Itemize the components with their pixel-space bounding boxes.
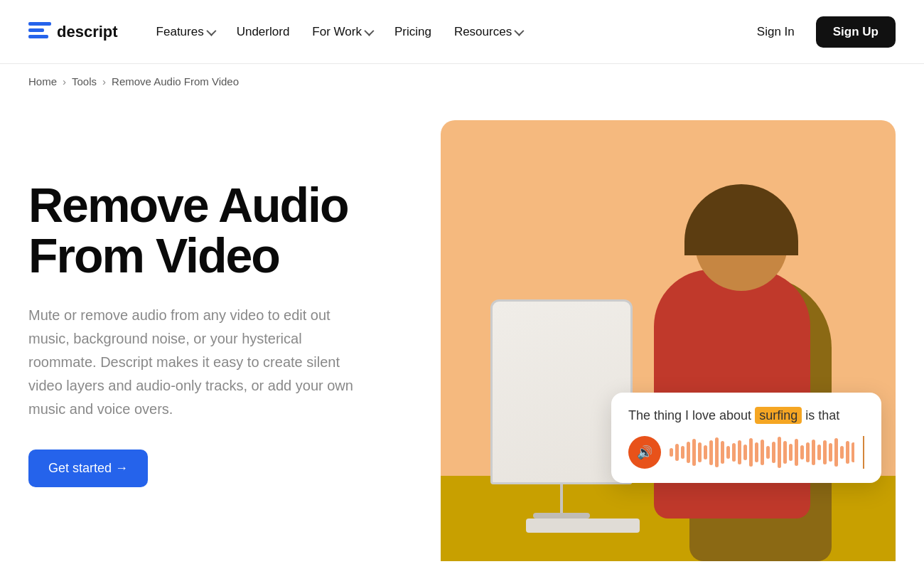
wave-bar [817, 445, 821, 460]
wave-bar [687, 442, 690, 463]
overlay-card: The thing I love about surfing is that 🔊 [611, 393, 881, 483]
nav-pricing[interactable]: Pricing [385, 19, 441, 45]
waveform [670, 436, 854, 469]
highlighted-word: surfing [755, 407, 802, 424]
wave-bar [738, 440, 741, 464]
wave-bar [806, 442, 810, 462]
subtitle-text: The thing I love about surfing is that [628, 407, 864, 425]
chevron-down-icon [206, 26, 216, 36]
nav-underlord[interactable]: Underlord [227, 19, 300, 45]
wave-bar [726, 446, 730, 459]
nav-right: Sign In Sign Up [747, 16, 896, 48]
sign-up-button[interactable]: Sign Up [816, 16, 896, 48]
wave-bar [789, 444, 793, 461]
logo[interactable]: descript [28, 22, 118, 42]
person-area [597, 163, 853, 561]
nav-resources[interactable]: Resources [444, 19, 532, 45]
wave-bar [761, 440, 764, 465]
wave-bar [772, 442, 775, 463]
breadcrumb: Home › Tools › Remove Audio From Video [0, 64, 924, 99]
wave-bar [840, 446, 844, 459]
speaker-icon: 🔊 [637, 445, 652, 460]
wave-bar [692, 439, 696, 466]
scene: The thing I love about surfing is that 🔊 [441, 120, 896, 561]
breadcrumb-home[interactable]: Home [28, 75, 57, 87]
wave-bar [715, 437, 719, 467]
wave-bar [800, 445, 804, 459]
wave-bar [829, 443, 832, 462]
wave-bar [670, 448, 673, 457]
wave-bar [778, 437, 781, 468]
wave-bar [783, 441, 787, 464]
nav-features[interactable]: Features [146, 19, 224, 45]
audio-row: 🔊 [628, 436, 864, 469]
wave-bar [749, 438, 753, 467]
breadcrumb-tools[interactable]: Tools [72, 75, 97, 87]
wave-bar [846, 441, 849, 464]
wave-bar [732, 443, 736, 462]
chevron-down-icon [364, 26, 374, 36]
wave-bar [721, 441, 724, 464]
wave-bar [755, 442, 758, 462]
left-content: Remove Audio From Video Mute or remove a… [28, 120, 398, 561]
breadcrumb-sep-1: › [63, 75, 66, 87]
wave-bar [852, 442, 854, 462]
nav-for-work[interactable]: For Work [302, 19, 382, 45]
person-hair [684, 184, 798, 255]
hero-image: The thing I love about surfing is that 🔊 [441, 120, 896, 561]
play-button[interactable]: 🔊 [628, 436, 661, 469]
breadcrumb-sep-2: › [102, 75, 106, 87]
logo-icon [28, 22, 51, 42]
wave-bar [704, 445, 707, 459]
wave-bar [766, 446, 770, 459]
wave-bar [698, 442, 702, 462]
main-nav: descript Features Underlord For Work Pri… [0, 0, 924, 64]
monitor-stand [560, 484, 563, 513]
wave-bar [812, 440, 815, 465]
nav-items: Features Underlord For Work Pricing Reso… [146, 19, 747, 45]
logo-text: descript [57, 23, 118, 41]
wave-bar [709, 440, 713, 465]
sign-in-button[interactable]: Sign In [747, 19, 805, 45]
playhead [863, 436, 864, 469]
wave-bar [795, 439, 798, 466]
main-content: Remove Audio From Video Mute or remove a… [0, 99, 924, 561]
chevron-down-icon [514, 26, 524, 36]
page-description: Mute or remove audio from any video to e… [28, 304, 370, 421]
wave-bar [675, 444, 679, 461]
breadcrumb-current: Remove Audio From Video [112, 75, 239, 87]
cta-button[interactable]: Get started → [28, 450, 148, 487]
person-head [695, 198, 788, 291]
wave-bar [834, 438, 838, 467]
wave-bar [743, 445, 747, 460]
wave-bar [681, 446, 684, 459]
monitor-base [533, 513, 590, 519]
wave-bar [823, 440, 827, 464]
page-title: Remove Audio From Video [28, 180, 398, 282]
